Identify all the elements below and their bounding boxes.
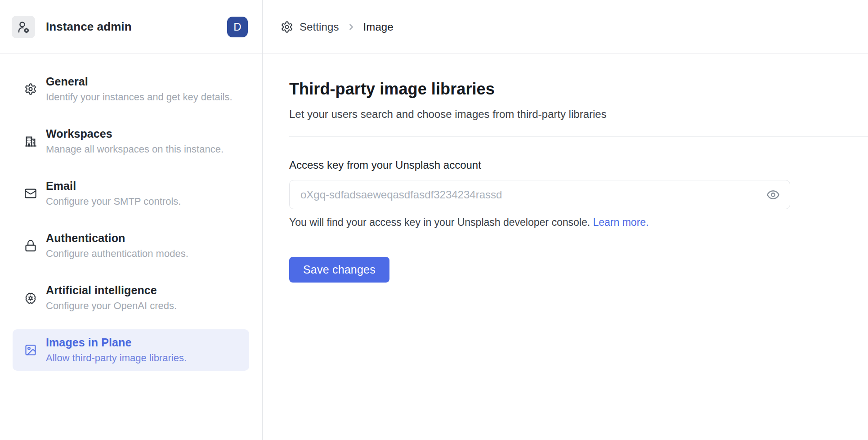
brain-cog-icon bbox=[24, 292, 37, 304]
breadcrumb-image: Image bbox=[363, 21, 394, 33]
main-panel: Settings Image Third-party image librari… bbox=[263, 0, 868, 440]
sidebar-item-authentication[interactable]: Authentication Configure authentication … bbox=[13, 225, 249, 266]
sidebar-item-description: Configure your OpenAI creds. bbox=[46, 300, 177, 312]
helper-text-row: You will find your access key in your Un… bbox=[289, 216, 868, 229]
access-key-label: Access key from your Unsplash account bbox=[289, 158, 868, 172]
sidebar-item-workspaces[interactable]: Workspaces Manage all workspaces on this… bbox=[13, 121, 249, 162]
sidebar-item-label: Workspaces bbox=[46, 127, 224, 141]
helper-text: You will find your access key in your Un… bbox=[289, 216, 590, 228]
sidebar-item-description: Configure authentication modes. bbox=[46, 247, 188, 260]
sidebar-item-general[interactable]: General Identify your instances and get … bbox=[13, 68, 249, 110]
toggle-visibility-button[interactable] bbox=[764, 186, 782, 204]
breadcrumb: Settings Image bbox=[263, 0, 868, 54]
sidebar-item-label: General bbox=[46, 75, 233, 89]
building-icon bbox=[24, 135, 37, 148]
lock-icon bbox=[24, 239, 37, 252]
sidebar-item-description: Allow third-party image libraries. bbox=[46, 352, 187, 364]
avatar[interactable]: D bbox=[227, 17, 248, 37]
settings-gear-icon bbox=[281, 21, 293, 33]
sidebar-item-label: Email bbox=[46, 179, 181, 193]
gear-icon bbox=[24, 83, 37, 95]
sidebar-item-label: Images in Plane bbox=[46, 336, 187, 350]
sidebar-item-artificial-intelligence[interactable]: Artificial intelligence Configure your O… bbox=[13, 277, 249, 319]
instance-admin-app: Instance admin D General Identify your i… bbox=[0, 0, 868, 440]
access-key-input-wrap bbox=[289, 180, 790, 209]
chevron-right-icon bbox=[346, 22, 356, 32]
app-title: Instance admin bbox=[46, 20, 227, 34]
section-divider bbox=[289, 136, 868, 137]
page-subtitle: Let your users search and choose images … bbox=[289, 107, 868, 121]
sidebar: Instance admin D General Identify your i… bbox=[0, 0, 263, 440]
page-title: Third-party image libraries bbox=[289, 79, 868, 99]
sidebar-nav: General Identify your instances and get … bbox=[0, 54, 262, 382]
sidebar-header: Instance admin D bbox=[0, 0, 262, 54]
sidebar-item-description: Manage all workspaces on this instance. bbox=[46, 143, 224, 156]
sidebar-item-description: Configure your SMTP controls. bbox=[46, 195, 181, 208]
sidebar-item-email[interactable]: Email Configure your SMTP controls. bbox=[13, 173, 249, 214]
save-changes-button[interactable]: Save changes bbox=[289, 257, 389, 283]
sidebar-item-images-in-plane[interactable]: Images in Plane Allow third-party image … bbox=[13, 329, 249, 371]
mail-icon bbox=[24, 187, 37, 200]
breadcrumb-settings[interactable]: Settings bbox=[300, 21, 339, 33]
access-key-input[interactable] bbox=[289, 180, 790, 209]
user-cog-icon bbox=[12, 16, 35, 38]
sidebar-item-description: Identify your instances and get key deta… bbox=[46, 91, 233, 103]
sidebar-item-label: Artificial intelligence bbox=[46, 283, 177, 297]
eye-icon bbox=[766, 188, 780, 202]
unsplash-access-key-form: Access key from your Unsplash account Yo… bbox=[289, 158, 868, 283]
image-icon bbox=[24, 344, 37, 356]
settings-content: Third-party image libraries Let your use… bbox=[263, 54, 868, 283]
sidebar-item-label: Authentication bbox=[46, 231, 188, 245]
learn-more-link[interactable]: Learn more. bbox=[593, 216, 649, 228]
